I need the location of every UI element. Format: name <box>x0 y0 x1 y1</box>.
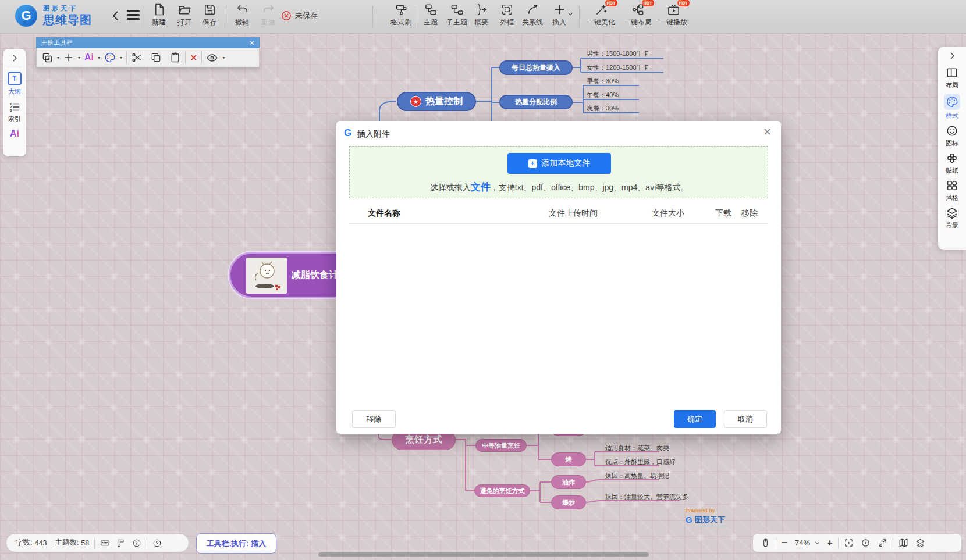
save-status: 未保存 <box>280 10 318 22</box>
one-key-layout-button[interactable]: HOT 一键布局 <box>619 3 657 27</box>
node-daily-calories[interactable]: 每日总热量摄入 <box>499 60 573 75</box>
sidebar-item-outline[interactable]: T 大纲 <box>8 72 22 96</box>
leaf-dinner[interactable]: 晚餐：30% <box>587 104 619 113</box>
style-palette-icon <box>946 95 958 108</box>
delete-icon[interactable]: ✕ <box>190 52 197 63</box>
dialog-close-icon[interactable]: ✕ <box>763 126 772 138</box>
collapse-chevron-icon[interactable] <box>947 51 957 60</box>
chevron-down-icon[interactable]: ▾ <box>120 55 122 60</box>
remove-button[interactable]: 移除 <box>352 410 396 428</box>
zoom-level[interactable]: 74% <box>795 538 810 547</box>
theme-toolbar-titlebar[interactable]: 主题工具栏 ✕ <box>36 37 260 48</box>
theme-toolbar: ▾ ▾ Ai ▾ ▾ ✕ ▾ <box>36 48 260 67</box>
dropzone-hint: 选择或拖入文件，支持txt、pdf、office、bmp、jpg、mp4、avi… <box>350 180 769 194</box>
node-calorie-ratio[interactable]: 热量分配比例 <box>499 95 573 109</box>
zoom-out-icon[interactable]: − <box>782 537 787 549</box>
app-window: ★ 热量控制 每日总热量摄入 热量分配比例 男性：1500-1800千卡 女性：… <box>0 0 966 560</box>
status-bar-right: − 74% + <box>752 533 962 552</box>
column-download: 下载 <box>715 208 731 219</box>
dialog-title: 插入附件 <box>357 129 390 140</box>
chevron-down-icon[interactable]: ▾ <box>222 55 225 60</box>
info-icon[interactable] <box>132 538 141 548</box>
copy-icon[interactable] <box>150 52 162 63</box>
leaf-female[interactable]: 女性：1200-1500千卡 <box>587 63 649 72</box>
hint-file-link[interactable]: 文件 <box>471 181 491 192</box>
chevron-down-icon[interactable]: ▾ <box>78 55 80 60</box>
column-upload-time: 文件上传时间 <box>549 208 598 219</box>
panel-item-stickers[interactable]: 贴纸 <box>946 152 958 175</box>
confirm-button[interactable]: 确定 <box>674 410 716 428</box>
ruler-icon[interactable] <box>116 538 126 548</box>
save-icon <box>203 3 216 16</box>
add-local-file-button[interactable]: + 添加本地文件 <box>507 153 611 174</box>
leaf-grill-ingredients[interactable]: 适用食材：蔬菜、肉类 <box>605 444 669 452</box>
summary-icon <box>475 3 488 16</box>
help-icon[interactable] <box>152 538 162 548</box>
back-button[interactable] <box>109 9 122 22</box>
paste-icon[interactable] <box>169 52 181 63</box>
minimap-icon[interactable] <box>898 538 908 548</box>
leaf-lunch[interactable]: 午餐：40% <box>587 91 619 99</box>
panel-item-background[interactable]: 背景 <box>946 206 958 230</box>
chevron-down-icon[interactable]: ▾ <box>98 55 100 60</box>
root-node-image <box>246 258 287 294</box>
grid-icon <box>946 179 958 192</box>
node-stir-fry[interactable]: 爆炒 <box>551 495 586 509</box>
layout-icon <box>946 66 958 79</box>
fit-focus-icon[interactable] <box>844 538 854 548</box>
sidebar-item-ai[interactable]: Ai <box>10 129 19 139</box>
node-avoid-methods[interactable]: 避免的烹饪方式 <box>474 484 530 497</box>
one-key-play-button[interactable]: HOT 一键播放 <box>654 3 692 27</box>
file-plus-icon: + <box>528 159 537 168</box>
file-dropzone[interactable]: + 添加本地文件 选择或拖入文件，支持txt、pdf、office、bmp、jp… <box>349 146 768 198</box>
format-painter-icon <box>395 3 408 16</box>
collapse-chevron-icon[interactable] <box>10 53 19 63</box>
theme-toolbar-title: 主题工具栏 <box>41 38 73 47</box>
palette-icon[interactable] <box>104 52 116 63</box>
brand-line1: 图形天下 <box>43 5 92 12</box>
horizontal-scrollbar[interactable] <box>318 552 649 557</box>
node-medium-oil[interactable]: 中等油量烹饪 <box>475 439 527 452</box>
leaf-breakfast[interactable]: 早餐：30% <box>587 77 619 85</box>
panel-item-style[interactable]: 样式 <box>944 94 960 120</box>
panel-item-icons[interactable]: 图标 <box>946 124 958 148</box>
theme-toolbar-close-icon[interactable]: ✕ <box>249 39 255 47</box>
add-topic-icon[interactable] <box>41 52 53 63</box>
leaf-grill-advantage[interactable]: 优点：外酥里嫩，口感好 <box>605 458 676 466</box>
relation-line-icon <box>526 3 539 16</box>
mouse-mode-icon[interactable] <box>761 538 770 548</box>
cancel-button[interactable]: 取消 <box>724 410 767 428</box>
zoom-dropdown-chevron[interactable] <box>814 540 821 546</box>
leaf-stirfry-reason[interactable]: 原因：油量较大、营养流失多 <box>605 493 688 501</box>
node-deep-fry[interactable]: 油炸 <box>551 475 586 489</box>
shortcut-keyboard-icon[interactable] <box>100 538 110 548</box>
panel-item-theme-style[interactable]: 风格 <box>946 179 958 202</box>
watermark-tagline <box>697 525 727 527</box>
plus-icon[interactable] <box>63 52 74 63</box>
chevron-down-icon[interactable]: ▾ <box>57 55 59 60</box>
watermark-powered-by: Powered by <box>686 508 727 513</box>
leaf-fry-reason[interactable]: 原因：高热量、易增肥 <box>605 472 669 480</box>
node-calorie-control[interactable]: ★ 热量控制 <box>397 92 476 111</box>
right-sidebar: 布局 样式 图标 贴纸 风格 背景 <box>938 47 966 250</box>
panel-item-layout[interactable]: 布局 <box>946 66 958 90</box>
leaf-male[interactable]: 男性：1500-1800千卡 <box>587 49 649 58</box>
toolbar-exec-indicator[interactable]: 工具栏,执行: 插入 <box>196 533 276 554</box>
sidebar-item-index[interactable]: 索引 <box>8 101 21 123</box>
fullscreen-icon[interactable] <box>878 538 887 548</box>
cut-icon[interactable] <box>131 52 143 63</box>
center-target-icon[interactable] <box>861 538 871 548</box>
ai-logo-icon: Ai <box>10 129 19 139</box>
insert-dropdown-chevron[interactable] <box>567 10 574 17</box>
menu-button[interactable] <box>127 10 140 12</box>
node-grill[interactable]: 烤 <box>551 452 586 466</box>
zoom-in-icon[interactable]: + <box>827 537 833 549</box>
flower-icon <box>946 152 958 165</box>
node-label: 热量控制 <box>425 95 463 108</box>
one-key-beautify-button[interactable]: HOT 一键美化 <box>582 3 620 27</box>
visibility-eye-icon[interactable] <box>206 52 218 64</box>
top-toolbar: G 图形天下 思维导图 新建 打开 保存 撤销 重做 <box>0 0 966 34</box>
layers-panel-icon[interactable] <box>915 538 925 548</box>
ai-tool-icon[interactable]: Ai <box>84 52 94 63</box>
open-folder-icon <box>178 3 191 16</box>
